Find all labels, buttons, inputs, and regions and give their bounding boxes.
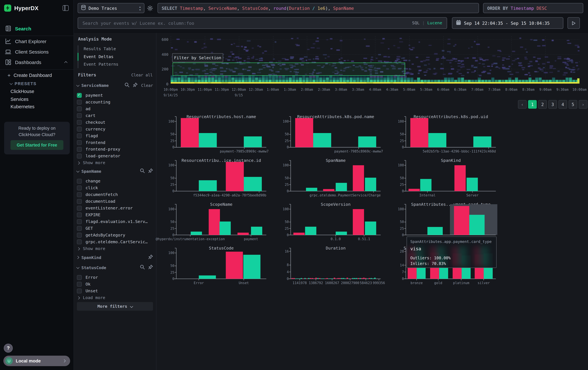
filter-option-accounting[interactable]: accounting [74, 99, 156, 105]
page-5-button[interactable]: 5 [569, 100, 577, 109]
chart-plot[interactable] [174, 116, 269, 150]
filter-option-get[interactable]: GET [74, 225, 156, 232]
checkbox[interactable] [77, 226, 82, 231]
pin-icon[interactable] [148, 254, 153, 260]
checkbox[interactable] [77, 100, 82, 104]
chart-plot[interactable] [404, 203, 498, 238]
presets-toggle[interactable]: PRESETS [10, 81, 37, 86]
checkbox[interactable] [77, 120, 82, 125]
show-more-button[interactable]: Show more [74, 245, 105, 252]
filter-option-frontend[interactable]: frontend [74, 139, 156, 146]
create-dashboard-button[interactable]: + Create Dashboard [8, 72, 52, 78]
filter-option-eventlistener-error[interactable]: eventListener.error [74, 205, 156, 211]
chart-plot[interactable] [404, 116, 498, 150]
chart-plot[interactable] [404, 160, 498, 194]
filter-option-payment[interactable]: payment [74, 92, 156, 99]
checkbox[interactable] [77, 93, 82, 98]
settings-gear-icon[interactable] [147, 5, 153, 12]
more-filters-button[interactable]: More filters [77, 302, 153, 311]
sql-toggle[interactable]: SQL [412, 20, 420, 25]
checkbox[interactable] [77, 219, 82, 224]
filter-option-change[interactable]: change [74, 178, 156, 184]
search-icon[interactable] [140, 168, 145, 174]
filter-option-grpc-oteldemo-cartservic-[interactable]: grpc.oteldemo.CartServic… [74, 238, 156, 245]
help-button[interactable]: ? [4, 344, 13, 353]
page-2-button[interactable]: 2 [538, 100, 547, 109]
page-prev-button[interactable]: ‹ [518, 100, 527, 109]
filter-option-flagd[interactable]: flagd [74, 132, 156, 139]
checkbox[interactable] [77, 232, 82, 237]
checkbox[interactable] [77, 179, 82, 183]
page-1-button[interactable]: 1 [528, 100, 537, 109]
filter-group-clear-button[interactable]: Clear [141, 83, 153, 88]
checkbox[interactable] [77, 239, 82, 244]
pin-icon[interactable] [133, 82, 138, 88]
filter-option-ad[interactable]: ad [74, 105, 156, 112]
filter-group-header-statuscode[interactable]: StatusCode [74, 265, 156, 270]
chart-plot[interactable] [288, 160, 383, 194]
heatmap-selection-box[interactable] [173, 63, 405, 76]
filter-group-header-spanname[interactable]: SpanName [74, 168, 156, 174]
checkbox[interactable] [77, 192, 82, 197]
filter-option-frontend-proxy[interactable]: frontend-proxy [74, 146, 156, 152]
filter-option-error[interactable]: Error [74, 274, 156, 281]
filter-option-currency[interactable]: currency [74, 125, 156, 132]
order-by-input[interactable]: ORDER BY Timestamp DESC [483, 3, 583, 13]
pin-icon[interactable] [148, 168, 153, 174]
filter-group-header-servicename[interactable]: ServiceNameClear [74, 82, 156, 88]
analysis-mode-event-deltas[interactable]: Event Deltas [84, 53, 113, 61]
filter-option-load-generator[interactable]: load-generator [74, 152, 156, 159]
filter-option-flagd-evaluation-v1-serv-[interactable]: flagd.evaluation.v1.Serv… [74, 218, 156, 225]
pin-icon[interactable] [148, 265, 153, 270]
sidebar-preset-services[interactable]: Services [10, 97, 29, 102]
lucene-toggle[interactable]: Lucene [427, 20, 442, 25]
filter-option-expire[interactable]: EXPIRE [74, 211, 156, 218]
checkbox[interactable] [77, 153, 82, 158]
chart-plot[interactable] [288, 116, 383, 150]
filter-option-click[interactable]: click [74, 184, 156, 191]
search-icon[interactable] [125, 82, 129, 88]
account-button[interactable]: U Local mode [3, 356, 70, 366]
analysis-mode-event-patterns[interactable]: Event Patterns [84, 61, 118, 68]
checkbox[interactable] [77, 185, 82, 190]
source-select[interactable]: Demo Traces ▴▾ [78, 3, 144, 13]
filter-group-header-spankind[interactable]: SpanKind [74, 254, 156, 260]
run-query-button[interactable] [567, 17, 580, 29]
filter-option-ok[interactable]: Ok [74, 281, 156, 288]
filter-by-selection-button[interactable]: Filter by Selection [172, 53, 223, 62]
checkbox[interactable] [77, 133, 82, 138]
events-heatmap[interactable] [171, 36, 579, 84]
analysis-mode-results-table[interactable]: Results Table [84, 45, 116, 53]
checkbox[interactable] [77, 282, 82, 287]
checkbox[interactable] [77, 106, 82, 111]
sql-select-input[interactable]: SELECT Timestamp, ServiceName, StatusCod… [158, 3, 479, 13]
checkbox[interactable] [77, 212, 82, 217]
filter-option-unset[interactable]: Unset [74, 288, 156, 294]
chart-plot[interactable] [288, 247, 383, 282]
sidebar-item-client-sessions[interactable]: Client Sessions [0, 47, 74, 57]
sidebar-preset-kubernetes[interactable]: Kubernetes [10, 104, 34, 110]
checkbox[interactable] [77, 140, 82, 145]
checkbox[interactable] [77, 126, 82, 131]
chart-plot[interactable] [174, 160, 269, 194]
date-range-picker[interactable]: Sep 14 22:04:35 - Sep 15 10:04:35 [452, 17, 563, 29]
filter-option-checkout[interactable]: checkout [74, 119, 156, 125]
checkbox[interactable] [77, 113, 82, 118]
checkbox[interactable] [77, 147, 82, 151]
page-next-button[interactable]: › [579, 100, 587, 109]
load-more-button[interactable]: Load more [74, 295, 105, 301]
checkbox[interactable] [77, 199, 82, 204]
sidebar-collapse-icon[interactable] [63, 5, 69, 11]
search-input[interactable] [83, 20, 412, 26]
get-started-button[interactable]: Get Started for Free [10, 140, 63, 150]
checkbox[interactable] [77, 275, 82, 280]
checkbox[interactable] [77, 289, 82, 293]
clear-all-button[interactable]: Clear all [131, 73, 153, 77]
sidebar-preset-clickhouse[interactable]: ClickHouse [10, 89, 34, 94]
page-3-button[interactable]: 3 [548, 100, 557, 109]
checkbox[interactable] [77, 206, 82, 210]
sidebar-item-search[interactable]: Search [0, 23, 74, 34]
chart-plot[interactable] [174, 203, 269, 238]
filter-option-cart[interactable]: cart [74, 112, 156, 119]
page-4-button[interactable]: 4 [558, 100, 567, 109]
